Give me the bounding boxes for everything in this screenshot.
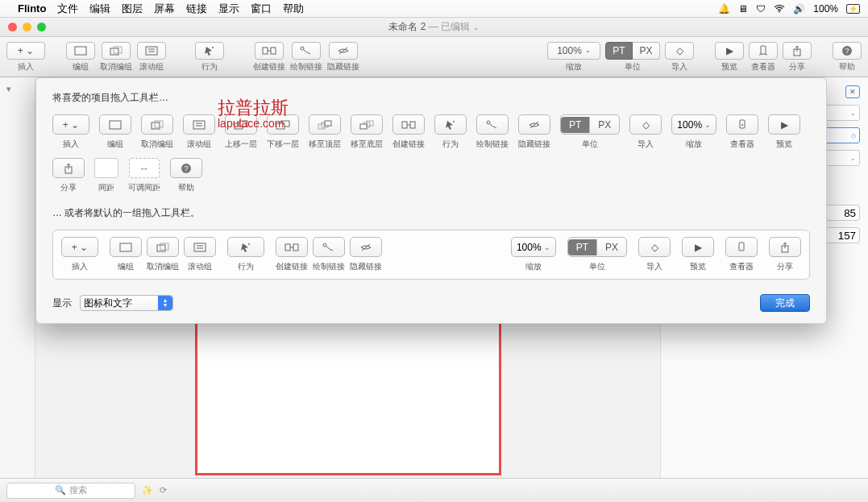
pal-help[interactable]: ?	[170, 158, 202, 178]
svg-rect-22	[155, 121, 163, 127]
svg-rect-49	[160, 243, 168, 250]
disclosure-icon[interactable]: ▾	[0, 77, 35, 101]
pal-viewer[interactable]	[726, 114, 758, 135]
ds-draw-link[interactable]	[313, 237, 345, 257]
svg-rect-20	[110, 121, 121, 129]
default-toolbar-set[interactable]: + ⌄插入 编组 取消编组 滚动组 行为 创建链接 绘制链接 隐藏链接 100%…	[52, 230, 810, 280]
pal-down-layer[interactable]	[267, 114, 299, 135]
search-field[interactable]: 🔍 搜索	[6, 483, 135, 499]
minimize-button[interactable]	[23, 23, 31, 31]
pal-insert[interactable]: + ⌄	[52, 114, 89, 135]
menu-help[interactable]: 帮助	[283, 2, 304, 16]
pal-scrollgroup[interactable]	[183, 114, 215, 135]
svg-rect-2	[110, 48, 118, 55]
ds-behavior[interactable]	[227, 237, 264, 257]
menu-layer[interactable]: 图层	[122, 2, 143, 16]
svg-point-11	[301, 47, 304, 50]
pal-unit[interactable]: PTPX	[560, 114, 620, 135]
menu-link[interactable]: 链接	[186, 2, 207, 16]
menu-edit[interactable]: 编辑	[89, 2, 110, 16]
tb-unit-px[interactable]: PX	[633, 42, 660, 60]
ds-import[interactable]: ◇	[638, 237, 671, 257]
svg-point-0	[779, 10, 780, 12]
menu-screen[interactable]: 屏幕	[154, 2, 175, 16]
ds-preview[interactable]: ▶	[682, 237, 714, 257]
svg-rect-35	[360, 124, 367, 129]
ds-zoom[interactable]: 100%⌄	[511, 237, 556, 257]
status-shield-icon[interactable]: 🛡	[756, 3, 766, 15]
svg-rect-50	[194, 243, 206, 251]
layers-panel[interactable]: ▾	[0, 77, 35, 478]
sheet-title-2: … 或者将默认的一组拖入工具栏。	[52, 206, 810, 220]
status-volume-icon[interactable]: 🔊	[793, 3, 805, 15]
app-name[interactable]: Flinto	[18, 2, 46, 15]
svg-rect-27	[239, 121, 247, 127]
ds-insert[interactable]: + ⌄	[61, 237, 98, 257]
pal-ungroup[interactable]	[141, 114, 173, 135]
pal-space[interactable]	[94, 158, 118, 178]
pal-flex-space[interactable]: ↔	[129, 158, 160, 178]
tb-help[interactable]: ?	[833, 42, 862, 60]
menu-file[interactable]: 文件	[57, 2, 78, 16]
menu-view[interactable]: 显示	[218, 2, 239, 16]
tb-preview[interactable]: ▶	[715, 42, 744, 60]
svg-rect-47	[120, 243, 131, 251]
pal-to-top[interactable]	[309, 114, 341, 135]
tb-draw-link[interactable]	[292, 42, 321, 60]
pal-hide-link[interactable]	[518, 114, 550, 135]
pal-share[interactable]	[52, 158, 85, 178]
ds-share[interactable]	[769, 237, 801, 257]
tb-unit-segment[interactable]: PTPX	[605, 42, 660, 60]
svg-rect-8	[263, 48, 268, 54]
ds-create-link[interactable]	[276, 237, 308, 257]
tb-create-link[interactable]	[255, 42, 284, 60]
tb-import[interactable]: ◇	[665, 42, 694, 60]
tb-behavior[interactable]	[195, 42, 224, 60]
svg-rect-29	[276, 123, 284, 129]
svg-point-57	[323, 243, 326, 247]
tb-share[interactable]	[783, 42, 812, 60]
status-display-icon[interactable]: 🖥	[738, 3, 748, 15]
palette: + ⌄插入 编组 取消编组 滚动组 上移一层 下移一层 移至顶层 移至底层 创建…	[52, 114, 810, 193]
status-bell-icon[interactable]: 🔔	[718, 3, 730, 15]
ds-unit[interactable]: PTPX	[567, 237, 627, 257]
tb-hide-link[interactable]	[329, 42, 358, 60]
done-button[interactable]: 完成	[760, 294, 810, 312]
tb-unit-pt[interactable]: PT	[605, 42, 633, 60]
svg-rect-13	[761, 46, 766, 54]
traffic-lights[interactable]	[8, 23, 46, 31]
refresh-icon[interactable]: ⟳	[160, 485, 167, 496]
tb-viewer[interactable]	[749, 42, 778, 60]
tb-ungroup[interactable]	[102, 42, 131, 60]
document-title[interactable]: 未命名 2 — 已编辑 ⌄	[388, 20, 479, 34]
wand-icon[interactable]: ✨	[142, 485, 153, 496]
sheet-footer: 显示 图标和文字 ▴▾ 完成	[52, 294, 810, 312]
ds-group[interactable]	[110, 237, 142, 257]
pal-up-layer[interactable]	[225, 114, 257, 135]
pal-preview[interactable]: ▶	[768, 114, 800, 135]
pal-zoom[interactable]: 100%⌄	[671, 114, 716, 135]
close-button[interactable]	[8, 23, 17, 31]
tb-insert[interactable]: + ⌄	[6, 42, 45, 60]
tb-scrollgroup[interactable]	[137, 42, 166, 60]
battery-icon[interactable]: ⚡	[846, 4, 860, 14]
tb-zoom-combo[interactable]: 100% ⌄	[547, 42, 600, 60]
ds-viewer[interactable]	[725, 237, 758, 257]
pal-to-bottom[interactable]	[351, 114, 383, 135]
status-wifi-icon[interactable]	[774, 5, 785, 13]
zoom-button[interactable]	[37, 23, 46, 31]
ds-hide-link[interactable]	[350, 237, 382, 257]
pal-group[interactable]	[99, 114, 131, 135]
menu-window[interactable]: 窗口	[251, 2, 272, 16]
tb-group[interactable]	[66, 42, 95, 60]
insp-close[interactable]: ✕	[845, 85, 860, 98]
pal-create-link[interactable]	[392, 114, 425, 135]
ds-scrollgroup[interactable]	[184, 237, 216, 257]
customize-toolbar-sheet: 将喜爱的项目拖入工具栏… + ⌄插入 编组 取消编组 滚动组 上移一层 下移一层…	[35, 77, 827, 324]
ds-ungroup[interactable]	[147, 237, 179, 257]
svg-rect-32	[325, 121, 331, 126]
show-mode-select[interactable]: 图标和文字 ▴▾	[80, 295, 173, 311]
pal-import[interactable]: ◇	[629, 114, 662, 135]
pal-behavior[interactable]	[434, 114, 467, 135]
pal-draw-link[interactable]	[476, 114, 509, 135]
